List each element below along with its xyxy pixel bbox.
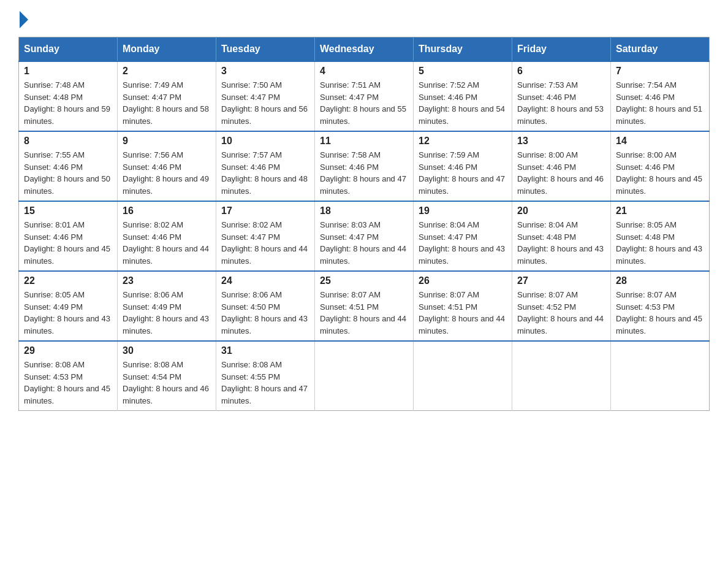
calendar-week-row: 1Sunrise: 7:48 AMSunset: 4:48 PMDaylight…: [19, 61, 710, 131]
day-info: Sunrise: 8:07 AMSunset: 4:51 PMDaylight:…: [419, 289, 507, 337]
day-number: 29: [24, 345, 112, 356]
calendar-cell: 3Sunrise: 7:50 AMSunset: 4:47 PMDaylight…: [216, 61, 315, 131]
calendar-cell: 15Sunrise: 8:01 AMSunset: 4:46 PMDayligh…: [19, 201, 118, 271]
page-header: [18, 12, 710, 25]
calendar-cell: 21Sunrise: 8:05 AMSunset: 4:48 PMDayligh…: [611, 201, 710, 271]
calendar-cell: 5Sunrise: 7:52 AMSunset: 4:46 PMDaylight…: [414, 61, 512, 131]
calendar-cell: 10Sunrise: 7:57 AMSunset: 4:46 PMDayligh…: [216, 131, 315, 201]
day-info: Sunrise: 7:57 AMSunset: 4:46 PMDaylight:…: [221, 149, 309, 197]
weekday-header-sunday: Sunday: [19, 37, 118, 62]
day-info: Sunrise: 7:48 AMSunset: 4:48 PMDaylight:…: [24, 79, 112, 127]
day-info: Sunrise: 7:56 AMSunset: 4:46 PMDaylight:…: [123, 149, 211, 197]
calendar-cell: 19Sunrise: 8:04 AMSunset: 4:47 PMDayligh…: [414, 201, 512, 271]
day-info: Sunrise: 8:08 AMSunset: 4:54 PMDaylight:…: [123, 359, 211, 407]
day-info: Sunrise: 8:07 AMSunset: 4:51 PMDaylight:…: [320, 289, 408, 337]
day-number: 20: [517, 205, 605, 216]
day-info: Sunrise: 8:02 AMSunset: 4:47 PMDaylight:…: [221, 219, 309, 267]
calendar-cell: 20Sunrise: 8:04 AMSunset: 4:48 PMDayligh…: [512, 201, 611, 271]
day-number: 15: [24, 205, 112, 216]
day-info: Sunrise: 8:08 AMSunset: 4:53 PMDaylight:…: [24, 359, 112, 407]
calendar-cell: [512, 341, 611, 411]
day-number: 6: [517, 66, 605, 77]
day-info: Sunrise: 8:02 AMSunset: 4:46 PMDaylight:…: [123, 219, 211, 267]
calendar-cell: 2Sunrise: 7:49 AMSunset: 4:47 PMDaylight…: [118, 61, 216, 131]
day-info: Sunrise: 8:00 AMSunset: 4:46 PMDaylight:…: [616, 149, 704, 197]
weekday-header-monday: Monday: [118, 37, 216, 62]
calendar-week-row: 22Sunrise: 8:05 AMSunset: 4:49 PMDayligh…: [19, 271, 710, 341]
day-info: Sunrise: 8:06 AMSunset: 4:49 PMDaylight:…: [123, 289, 211, 337]
day-number: 5: [419, 66, 507, 77]
calendar-cell: 7Sunrise: 7:54 AMSunset: 4:46 PMDaylight…: [611, 61, 710, 131]
calendar-table: SundayMondayTuesdayWednesdayThursdayFrid…: [18, 37, 710, 411]
calendar-cell: 28Sunrise: 8:07 AMSunset: 4:53 PMDayligh…: [611, 271, 710, 341]
day-info: Sunrise: 7:50 AMSunset: 4:47 PMDaylight:…: [221, 79, 309, 127]
day-number: 18: [320, 205, 408, 216]
day-number: 14: [616, 136, 704, 147]
calendar-cell: [611, 341, 710, 411]
calendar-cell: 13Sunrise: 8:00 AMSunset: 4:46 PMDayligh…: [512, 131, 611, 201]
day-number: 27: [517, 275, 605, 286]
calendar-cell: 25Sunrise: 8:07 AMSunset: 4:51 PMDayligh…: [315, 271, 414, 341]
day-info: Sunrise: 8:03 AMSunset: 4:47 PMDaylight:…: [320, 219, 408, 267]
calendar-cell: 9Sunrise: 7:56 AMSunset: 4:46 PMDaylight…: [118, 131, 216, 201]
day-info: Sunrise: 8:07 AMSunset: 4:52 PMDaylight:…: [517, 289, 605, 337]
calendar-cell: 4Sunrise: 7:51 AMSunset: 4:47 PMDaylight…: [315, 61, 414, 131]
day-number: 10: [221, 136, 309, 147]
day-info: Sunrise: 8:05 AMSunset: 4:49 PMDaylight:…: [24, 289, 112, 337]
day-number: 24: [221, 275, 309, 286]
logo-arrow-icon: [20, 11, 28, 28]
weekday-header-wednesday: Wednesday: [315, 37, 414, 62]
calendar-cell: 22Sunrise: 8:05 AMSunset: 4:49 PMDayligh…: [19, 271, 118, 341]
day-number: 12: [419, 136, 507, 147]
day-number: 1: [24, 66, 112, 77]
day-info: Sunrise: 7:58 AMSunset: 4:46 PMDaylight:…: [320, 149, 408, 197]
calendar-cell: 12Sunrise: 7:59 AMSunset: 4:46 PMDayligh…: [414, 131, 512, 201]
day-number: 28: [616, 275, 704, 286]
day-number: 19: [419, 205, 507, 216]
day-number: 16: [123, 205, 211, 216]
day-info: Sunrise: 8:01 AMSunset: 4:46 PMDaylight:…: [24, 219, 112, 267]
calendar-cell: 29Sunrise: 8:08 AMSunset: 4:53 PMDayligh…: [19, 341, 118, 411]
day-info: Sunrise: 7:53 AMSunset: 4:46 PMDaylight:…: [517, 79, 605, 127]
day-info: Sunrise: 8:04 AMSunset: 4:48 PMDaylight:…: [517, 219, 605, 267]
day-number: 31: [221, 345, 309, 356]
calendar-header: SundayMondayTuesdayWednesdayThursdayFrid…: [19, 37, 710, 62]
day-number: 11: [320, 136, 408, 147]
calendar-cell: 1Sunrise: 7:48 AMSunset: 4:48 PMDaylight…: [19, 61, 118, 131]
weekday-header-thursday: Thursday: [414, 37, 512, 62]
calendar-cell: 24Sunrise: 8:06 AMSunset: 4:50 PMDayligh…: [216, 271, 315, 341]
day-number: 2: [123, 66, 211, 77]
day-number: 7: [616, 66, 704, 77]
day-number: 9: [123, 136, 211, 147]
calendar-cell: 31Sunrise: 8:08 AMSunset: 4:55 PMDayligh…: [216, 341, 315, 411]
day-info: Sunrise: 7:52 AMSunset: 4:46 PMDaylight:…: [419, 79, 507, 127]
calendar-cell: 8Sunrise: 7:55 AMSunset: 4:46 PMDaylight…: [19, 131, 118, 201]
day-info: Sunrise: 7:59 AMSunset: 4:46 PMDaylight:…: [419, 149, 507, 197]
day-info: Sunrise: 8:06 AMSunset: 4:50 PMDaylight:…: [221, 289, 309, 337]
day-number: 26: [419, 275, 507, 286]
day-info: Sunrise: 7:55 AMSunset: 4:46 PMDaylight:…: [24, 149, 112, 197]
day-info: Sunrise: 8:07 AMSunset: 4:53 PMDaylight:…: [616, 289, 704, 337]
calendar-cell: [414, 341, 512, 411]
calendar-body: 1Sunrise: 7:48 AMSunset: 4:48 PMDaylight…: [19, 61, 710, 411]
day-number: 23: [123, 275, 211, 286]
calendar-cell: 18Sunrise: 8:03 AMSunset: 4:47 PMDayligh…: [315, 201, 414, 271]
calendar-week-row: 15Sunrise: 8:01 AMSunset: 4:46 PMDayligh…: [19, 201, 710, 271]
calendar-cell: 30Sunrise: 8:08 AMSunset: 4:54 PMDayligh…: [118, 341, 216, 411]
day-info: Sunrise: 7:51 AMSunset: 4:47 PMDaylight:…: [320, 79, 408, 127]
calendar-cell: [315, 341, 414, 411]
weekday-header-friday: Friday: [512, 37, 611, 62]
day-info: Sunrise: 8:04 AMSunset: 4:47 PMDaylight:…: [419, 219, 507, 267]
calendar-cell: 6Sunrise: 7:53 AMSunset: 4:46 PMDaylight…: [512, 61, 611, 131]
day-number: 17: [221, 205, 309, 216]
logo: [18, 12, 28, 25]
day-info: Sunrise: 7:54 AMSunset: 4:46 PMDaylight:…: [616, 79, 704, 127]
weekday-header-saturday: Saturday: [611, 37, 710, 62]
calendar-cell: 17Sunrise: 8:02 AMSunset: 4:47 PMDayligh…: [216, 201, 315, 271]
day-number: 3: [221, 66, 309, 77]
calendar-cell: 23Sunrise: 8:06 AMSunset: 4:49 PMDayligh…: [118, 271, 216, 341]
day-info: Sunrise: 8:05 AMSunset: 4:48 PMDaylight:…: [616, 219, 704, 267]
day-number: 30: [123, 345, 211, 356]
day-number: 8: [24, 136, 112, 147]
day-number: 21: [616, 205, 704, 216]
